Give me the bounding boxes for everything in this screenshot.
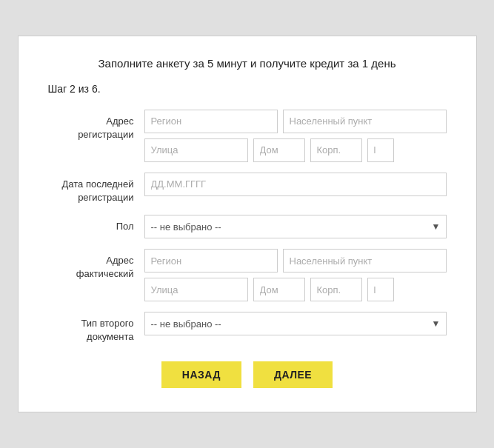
date-reg-input[interactable]: [144, 173, 447, 196]
doc-type-select[interactable]: -- не выбрано -- Загранпаспорт Водительс…: [144, 312, 447, 335]
reg-corp-input[interactable]: [310, 138, 362, 162]
date-reg-line1: [144, 173, 447, 196]
headline: Заполните анкету за 5 минут и получите к…: [48, 57, 447, 70]
doc-type-select-wrapper: -- не выбрано -- Загранпаспорт Водительс…: [144, 312, 447, 335]
date-reg-label: Дата последнейрегистрации: [48, 173, 144, 204]
form-card: Заполните анкету за 5 минут и получите к…: [18, 36, 477, 413]
doc-type-row: Тип второгодокумента -- не выбрано -- За…: [48, 312, 447, 344]
fact-corp-input[interactable]: [310, 278, 362, 301]
gender-select-wrapper: -- не выбрано -- Мужской Женский ▼: [144, 215, 447, 238]
address-fact-line1: [144, 249, 447, 273]
buttons-row: НАЗАД ДАЛЕЕ: [48, 361, 447, 388]
address-fact-fields: [144, 249, 447, 301]
fact-city-input[interactable]: [283, 249, 447, 273]
gender-fields: -- не выбрано -- Мужской Женский ▼: [144, 215, 447, 238]
next-button[interactable]: ДАЛЕЕ: [253, 361, 333, 388]
address-reg-row: Адресрегистрации: [48, 110, 447, 162]
date-reg-row: Дата последнейрегистрации: [48, 173, 447, 204]
fact-street-input[interactable]: [144, 278, 248, 301]
gender-row: Пол -- не выбрано -- Мужской Женский ▼: [48, 215, 447, 238]
address-reg-label: Адресрегистрации: [48, 110, 144, 141]
reg-street-input[interactable]: [144, 138, 248, 162]
address-fact-line2: [144, 278, 447, 301]
fact-liter-input[interactable]: [367, 278, 394, 301]
address-fact-row: Адресфактический: [48, 249, 447, 301]
doc-type-label: Тип второгодокумента: [48, 312, 144, 344]
address-reg-line1: [144, 110, 447, 133]
reg-house-input[interactable]: [253, 138, 305, 162]
fact-house-input[interactable]: [253, 278, 305, 301]
address-reg-fields: [144, 110, 447, 162]
date-reg-fields: [144, 173, 447, 196]
gender-label: Пол: [48, 215, 144, 233]
gender-select[interactable]: -- не выбрано -- Мужской Женский: [144, 215, 447, 238]
reg-city-input[interactable]: [283, 110, 447, 133]
reg-region-input[interactable]: [144, 110, 278, 133]
address-fact-label: Адресфактический: [48, 249, 144, 281]
step-label: Шаг 2 из 6.: [48, 83, 447, 95]
doc-type-fields: -- не выбрано -- Загранпаспорт Водительс…: [144, 312, 447, 335]
fact-region-input[interactable]: [144, 249, 278, 273]
address-reg-line2: [144, 138, 447, 162]
back-button[interactable]: НАЗАД: [161, 361, 241, 388]
reg-liter-input[interactable]: [367, 138, 394, 162]
